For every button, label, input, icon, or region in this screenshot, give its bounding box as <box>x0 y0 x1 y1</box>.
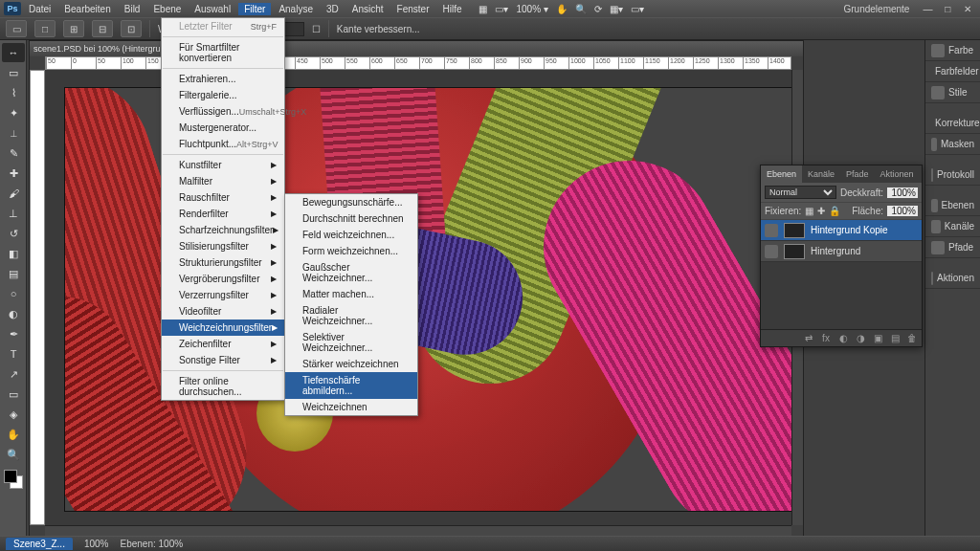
stamp-tool[interactable]: ⊥ <box>2 204 25 223</box>
menu-3d[interactable]: 3D <box>321 3 345 15</box>
visibility-icon[interactable] <box>765 245 778 258</box>
tab-ebenen[interactable]: Ebenen <box>761 165 802 183</box>
hand-tool[interactable]: ✋ <box>2 425 25 444</box>
layer-item[interactable]: Hintergrund <box>761 241 922 262</box>
fx-icon[interactable]: fx <box>820 333 832 343</box>
antialias-checkbox[interactable]: ☐ <box>312 24 321 34</box>
document-titlebar[interactable]: scene1.PSD bei 100% (Hintergrund Kopie..… <box>30 41 803 56</box>
mask-icon[interactable]: ◐ <box>837 333 849 343</box>
trash-icon[interactable]: 🗑 <box>906 333 918 343</box>
layer-thumb[interactable] <box>784 223 805 238</box>
layer-thumb[interactable] <box>784 244 805 259</box>
menu-filter[interactable]: Filter <box>238 3 271 15</box>
fg-swatch[interactable] <box>4 470 17 483</box>
menu-item[interactable]: Für Smartfilter konvertieren <box>162 39 284 66</box>
move-tool[interactable]: ↔ <box>2 43 25 62</box>
lock-position-icon[interactable]: ✚ <box>817 206 825 216</box>
zoom-level-dropdown[interactable]: 100% ▾ <box>516 4 547 14</box>
tab-kanaele[interactable]: Kanäle <box>802 165 840 183</box>
tab-aktionen[interactable]: Aktionen <box>875 165 920 183</box>
submenu-item[interactable]: Gaußscher Weichzeichner... <box>285 259 417 286</box>
dock-item[interactable]: Stile <box>925 82 980 103</box>
marquee-tool[interactable]: ▭ <box>2 63 25 82</box>
menu-item[interactable]: Weichzeichnungsfilter▶ <box>162 320 284 336</box>
tab-pfade[interactable]: Pfade <box>840 165 875 183</box>
taskbar-tab[interactable]: Szene3_Z... <box>6 538 73 550</box>
refine-edge-button[interactable]: Kante verbessern... <box>337 24 420 34</box>
menu-item[interactable]: Filtergalerie... <box>162 87 284 103</box>
launch-bridge-icon[interactable]: ▦ <box>479 4 487 14</box>
adjustment-icon[interactable]: ◑ <box>855 333 866 343</box>
menu-item[interactable]: Filter online durchsuchen... <box>162 373 284 400</box>
menu-item[interactable]: Strukturierungsfilter▶ <box>162 254 284 271</box>
menu-datei[interactable]: Datei <box>23 3 56 15</box>
shape-tool[interactable]: ▭ <box>2 385 25 404</box>
path-tool[interactable]: ↗ <box>2 364 25 384</box>
menu-item[interactable]: Sonstige Filter▶ <box>162 352 284 368</box>
selection-mode-intersect-icon[interactable]: ⊡ <box>121 20 142 37</box>
opacity-value[interactable]: 100% <box>887 187 918 198</box>
menu-item[interactable]: Stilisierungsfilter▶ <box>162 238 284 254</box>
zoom-readout[interactable]: 100% <box>84 539 109 549</box>
history-brush-tool[interactable]: ↺ <box>2 224 25 243</box>
menu-item[interactable]: Zeichenfilter▶ <box>162 336 284 352</box>
hand-tool-icon[interactable]: ✋ <box>556 4 568 14</box>
dock-item[interactable]: Farbe <box>925 40 980 61</box>
submenu-item[interactable]: Radialer Weichzeichner... <box>285 302 417 329</box>
dock-item[interactable]: Protokoll <box>925 165 980 186</box>
submenu-item[interactable]: Bewegungsunschärfe... <box>285 194 417 210</box>
workspace-name[interactable]: Grundelemente <box>836 4 918 14</box>
blur-tool[interactable]: ○ <box>2 284 25 303</box>
gradient-tool[interactable]: ▤ <box>2 264 25 283</box>
minimize-button[interactable]: — <box>919 4 936 14</box>
dock-item[interactable]: Korrekturen <box>925 113 980 134</box>
dock-item[interactable]: Pfade <box>925 237 980 258</box>
menu-item[interactable]: Renderfilter▶ <box>162 206 284 222</box>
submenu-item[interactable]: Stärker weichzeichnen <box>285 356 417 372</box>
crop-tool[interactable]: ⟂ <box>2 123 25 143</box>
menu-item[interactable]: Fluchtpunkt...Alt+Strg+V <box>162 136 284 152</box>
3d-tool[interactable]: ◈ <box>2 405 25 424</box>
rotate-view-icon[interactable]: ⟳ <box>594 4 602 14</box>
menu-item[interactable]: Kunstfilter▶ <box>162 157 284 173</box>
wand-tool[interactable]: ✦ <box>2 103 25 122</box>
submenu-item[interactable]: Selektiver Weichzeichner... <box>285 329 417 356</box>
menu-item[interactable]: Verflüssigen...Umschalt+Strg+X <box>162 103 284 120</box>
submenu-item[interactable]: Feld weichzeichnen... <box>285 227 417 243</box>
menu-analyse[interactable]: Analyse <box>273 3 319 15</box>
menu-item[interactable]: Mustergenerator... <box>162 120 284 136</box>
layer-name[interactable]: Hintergrund <box>811 246 860 256</box>
canvas-viewport[interactable] <box>45 70 791 525</box>
lock-all-icon[interactable]: 🔒 <box>829 206 840 216</box>
menu-item[interactable]: Letzter FilterStrg+F <box>162 18 284 34</box>
selection-mode-new-icon[interactable]: □ <box>34 20 56 37</box>
eraser-tool[interactable]: ◧ <box>2 244 25 263</box>
heal-tool[interactable]: ✚ <box>2 164 25 183</box>
layer-item[interactable]: Hintergrund Kopie <box>761 220 922 241</box>
dock-item[interactable]: Aktionen <box>925 268 980 289</box>
doc-info[interactable]: Ebenen: 100% <box>121 539 184 549</box>
menu-bearbeiten[interactable]: Bearbeiten <box>58 3 116 15</box>
brush-tool[interactable]: 🖌 <box>2 184 25 203</box>
dock-item[interactable]: Ebenen <box>925 195 980 216</box>
menu-auswahl[interactable]: Auswahl <box>189 3 236 15</box>
submenu-item[interactable]: Durchschnitt berechnen <box>285 210 417 227</box>
menu-hilfe[interactable]: Hilfe <box>436 3 467 15</box>
color-swatches[interactable] <box>4 470 23 489</box>
type-tool[interactable]: T <box>2 344 25 364</box>
dock-item[interactable]: Farbfelder <box>925 61 980 82</box>
visibility-icon[interactable] <box>765 224 778 237</box>
menu-item[interactable]: Extrahieren... <box>162 71 284 87</box>
submenu-item[interactable]: Weichzeichnen <box>285 399 417 415</box>
selection-mode-add-icon[interactable]: ⊞ <box>63 20 84 37</box>
close-button[interactable]: ✕ <box>959 4 976 14</box>
menu-item[interactable]: Scharfzeichnungsfilter▶ <box>162 222 284 238</box>
menu-item[interactable]: Rauschfilter▶ <box>162 189 284 206</box>
pen-tool[interactable]: ✒ <box>2 324 25 343</box>
layer-name[interactable]: Hintergrund Kopie <box>811 225 888 235</box>
blend-mode-select[interactable]: Normal <box>765 186 836 199</box>
maximize-button[interactable]: □ <box>939 4 956 14</box>
submenu-item[interactable]: Form weichzeichnen... <box>285 243 417 259</box>
zoom-tool-icon[interactable]: 🔍 <box>575 4 587 14</box>
lasso-tool[interactable]: ⌇ <box>2 83 25 102</box>
